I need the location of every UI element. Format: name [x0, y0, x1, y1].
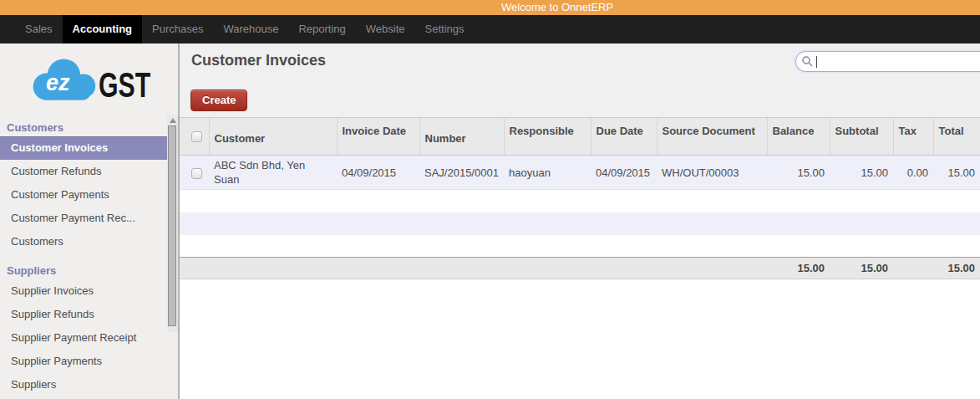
- cloud-logo-icon: ez: [28, 55, 99, 107]
- cell-invoice-date[interactable]: 04/09/2015: [337, 156, 419, 190]
- invoice-row[interactable]: ABC Sdn Bhd, Yen Suan 04/09/2015 SAJ/201…: [180, 156, 980, 190]
- cell-responsible[interactable]: haoyuan: [504, 156, 591, 190]
- totals-row: 15.00 15.00 15.00: [180, 258, 980, 279]
- cell-subtotal[interactable]: 15.00: [830, 156, 893, 190]
- empty-row: [180, 235, 980, 258]
- sidebar-item-suppliers[interactable]: Suppliers: [0, 373, 167, 396]
- empty-row: [180, 190, 980, 212]
- cell-due-date[interactable]: 04/09/2015: [591, 156, 657, 190]
- ezgst-logo: ez GST: [0, 43, 178, 119]
- section-title-suppliers: Suppliers: [0, 262, 178, 279]
- search-box[interactable]: [795, 51, 980, 72]
- footer-tax: [893, 258, 933, 279]
- welcome-banner: Welcome to OnnetERP: [0, 0, 980, 15]
- sidebar: ez GST Customers Customer Invoices Custo…: [0, 43, 180, 399]
- col-header-responsible[interactable]: Responsible: [504, 118, 591, 156]
- col-header-invoice-date[interactable]: Invoice Date: [337, 118, 419, 156]
- nav-item-reporting[interactable]: Reporting: [288, 15, 355, 43]
- nav-item-accounting[interactable]: Accounting: [63, 15, 143, 43]
- row-select-cell: [180, 156, 209, 190]
- col-header-balance[interactable]: Balance: [767, 118, 830, 156]
- search-icon: [801, 55, 814, 68]
- sidebar-item-supplier-invoices[interactable]: Supplier Invoices: [0, 279, 167, 303]
- col-header-subtotal[interactable]: Subtotal: [830, 118, 893, 156]
- scrollbar-thumb[interactable]: [168, 125, 176, 326]
- nav-item-settings[interactable]: Settings: [415, 15, 475, 43]
- main-content: Customer Invoices Create: [180, 43, 980, 399]
- cell-total[interactable]: 15.00: [933, 156, 980, 190]
- footer-total: 15.00: [933, 258, 980, 279]
- welcome-text: Welcome to OnnetERP: [501, 1, 613, 13]
- row-checkbox[interactable]: [191, 168, 202, 179]
- col-header-tax[interactable]: Tax: [893, 118, 933, 156]
- cell-tax[interactable]: 0.00: [893, 156, 933, 190]
- sidebar-item-customer-payment-receipt[interactable]: Customer Payment Rec...: [0, 207, 167, 230]
- cell-customer[interactable]: ABC Sdn Bhd, Yen Suan: [209, 156, 337, 190]
- view-header: Customer Invoices Create: [180, 43, 980, 117]
- table-header-row: Customer Invoice Date Number Responsible…: [180, 118, 980, 156]
- sidebar-item-customers[interactable]: Customers: [0, 230, 167, 253]
- section-title-customers: Customers: [0, 119, 178, 136]
- sidebar-item-customer-invoices[interactable]: Customer Invoices: [0, 136, 167, 160]
- col-header-customer[interactable]: Customer: [209, 118, 337, 156]
- sidebar-item-supplier-payment-receipt[interactable]: Supplier Payment Receipt: [0, 326, 167, 350]
- cell-source-document[interactable]: WH/OUT/00003: [657, 156, 767, 190]
- search-input[interactable]: [816, 54, 980, 69]
- cell-balance[interactable]: 15.00: [767, 156, 830, 190]
- col-header-due-date[interactable]: Due Date: [591, 118, 657, 156]
- select-all-checkbox[interactable]: [191, 131, 202, 142]
- select-all-cell: [180, 118, 209, 156]
- logo-gst-text: GST: [99, 65, 150, 105]
- empty-row: [180, 212, 980, 235]
- nav-item-website[interactable]: Website: [356, 15, 415, 43]
- sidebar-item-supplier-refunds[interactable]: Supplier Refunds: [0, 303, 167, 326]
- nav-item-warehouse[interactable]: Warehouse: [213, 15, 288, 43]
- scroll-up-icon[interactable]: [170, 118, 176, 123]
- page-title: Customer Invoices: [191, 52, 326, 69]
- nav-item-sales[interactable]: Sales: [15, 15, 63, 43]
- create-button[interactable]: Create: [190, 90, 247, 111]
- invoices-table: Customer Invoice Date Number Responsible…: [180, 117, 980, 279]
- top-navbar: Sales Accounting Purchases Warehouse Rep…: [0, 15, 980, 43]
- col-header-number[interactable]: Number: [419, 118, 504, 156]
- sidebar-item-customer-payments[interactable]: Customer Payments: [0, 183, 167, 207]
- sidebar-scrollbar[interactable]: [167, 115, 178, 332]
- nav-item-purchases[interactable]: Purchases: [142, 15, 213, 43]
- sidebar-item-supplier-payments[interactable]: Supplier Payments: [0, 350, 167, 373]
- footer-subtotal: 15.00: [830, 258, 893, 279]
- footer-balance: 15.00: [767, 258, 830, 279]
- logo-ez-text: ez: [46, 70, 70, 96]
- col-header-source-document[interactable]: Source Document: [657, 118, 767, 156]
- col-header-total[interactable]: Total: [933, 118, 980, 156]
- cell-number[interactable]: SAJ/2015/0001: [419, 156, 504, 190]
- sidebar-item-customer-refunds[interactable]: Customer Refunds: [0, 160, 167, 183]
